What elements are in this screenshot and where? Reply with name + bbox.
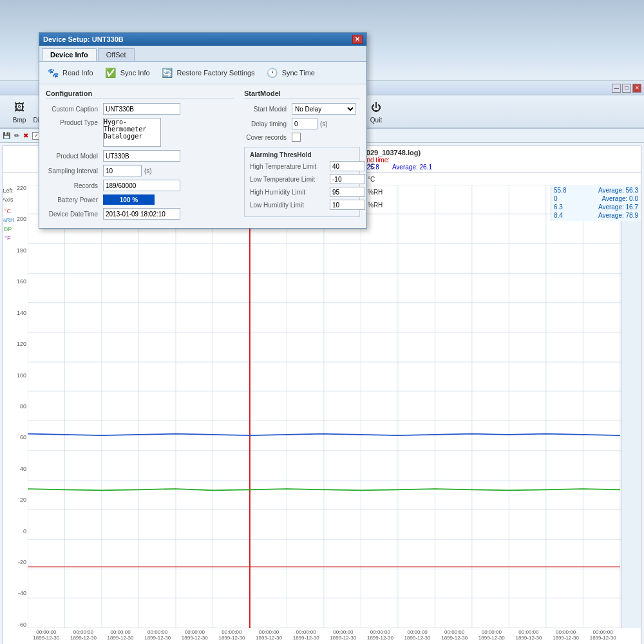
x-label-0: 00:00:001899-12-30 [28, 629, 65, 641]
restore-icon: 🔄 [160, 66, 175, 80]
startmodel-title: StartModel [244, 90, 360, 99]
close-button[interactable]: ✕ [632, 84, 641, 93]
low-hum-unit: %RH [368, 202, 383, 209]
low-temp-label: Low Temperature Limit [250, 176, 327, 183]
x-label-2: 00:00:001899-12-30 [102, 629, 139, 641]
read-info-label: Read Info [62, 69, 93, 77]
dialog-toolbar: 🐾 Read Info ✅ Sync Info 🔄 Restore Factor… [39, 62, 366, 84]
filter-edit-icon: ✏ [14, 132, 19, 139]
left-axis-titles: Left Axis °C %RH DP °F [3, 185, 12, 628]
x-label-11: 00:00:001899-12-30 [436, 629, 473, 641]
battery-value: 100 % [120, 196, 138, 204]
title-bar-buttons: — □ ✕ [612, 84, 641, 93]
left-axis-title: Left [3, 187, 13, 194]
x-label-10: 00:00:001899-12-30 [399, 629, 436, 641]
tab-device-info[interactable]: Device Info [42, 48, 97, 61]
start-model-select[interactable]: No Delay Delay Scheduled [292, 103, 356, 115]
x-label-12: 00:00:001899-12-30 [473, 629, 511, 641]
alarm-title: Alarming ThresHold [250, 151, 354, 158]
x-label-9: 00:00:001899-12-30 [362, 629, 399, 641]
stats-panel: 55.8 Average: 56.3 0 Average: 0.0 6.3 Av… [551, 185, 641, 221]
high-temp-input[interactable] [330, 161, 365, 171]
x-label-1: 00:00:001899-12-30 [65, 629, 102, 641]
filter-save-icon: 💾 [3, 132, 10, 139]
maximize-button[interactable]: □ [622, 84, 631, 93]
records-row: Records [46, 180, 234, 191]
datetime-input[interactable] [103, 208, 180, 220]
sync-info-icon: ✅ [104, 66, 118, 80]
sync-time-button[interactable]: 🕐 Sync Time [265, 66, 315, 80]
filter-save-item[interactable]: 💾 [3, 132, 10, 139]
dialog-title-bar: Device Setup: UNT330B ✕ [39, 33, 366, 46]
sync-info-label: Sync Info [120, 69, 150, 77]
product-type-row: Product Type Hygro-Thermometer Datalogge… [46, 118, 234, 147]
stats-val-2: 0 [554, 195, 558, 202]
right-axis: Right Axis hPa [621, 185, 641, 628]
config-section-title: Configuration [46, 90, 234, 99]
x-label-5: 00:00:001899-12-30 [213, 629, 251, 641]
custom-caption-row: Custom Caption [46, 103, 234, 115]
bmp-icon: 🖼 [12, 100, 27, 115]
delay-timing-input[interactable] [292, 118, 317, 129]
stats-val-3: 6.3 [554, 204, 563, 211]
product-type-input[interactable]: Hygro-Thermometer Datalogger [103, 118, 161, 147]
cover-records-row: Cover records [244, 133, 360, 142]
dialog-title-text: Device Setup: UNT330B [43, 35, 124, 43]
stats-avg-1: Average: 56.3 [598, 187, 638, 194]
x-label-4: 00:00:001899-12-30 [176, 629, 214, 641]
filter-delete-icon: ✖ [23, 132, 28, 139]
custom-caption-label: Custom Caption [46, 106, 100, 113]
datetime-row: Device DateTime [46, 208, 234, 220]
config-section: Configuration Custom Caption Product Typ… [46, 90, 234, 223]
records-label: Records [46, 182, 100, 189]
grid-area [28, 185, 621, 628]
stats-val-1: 55.8 [554, 187, 566, 194]
delay-timing-row: Delay timing (s) [244, 118, 360, 129]
sync-time-icon: 🕐 [265, 66, 279, 80]
sync-info-button[interactable]: ✅ Sync Info [104, 66, 150, 80]
stats-row-3: 6.3 Average: 16.7 [554, 203, 638, 211]
quit-icon: ⏻ [368, 100, 384, 115]
toolbar-bmp-label: Bmp [13, 117, 26, 124]
read-info-button[interactable]: 🐾 Read Info [46, 66, 93, 80]
sampling-unit: (s) [144, 167, 152, 175]
x-label-6: 00:00:001899-12-30 [251, 629, 288, 641]
high-temp-label: High Temperature Limit [250, 163, 327, 170]
filter-delete-item[interactable]: ✖ [23, 132, 28, 139]
sampling-row: Sampling Interval (s) [46, 165, 234, 176]
device-setup-dialog[interactable]: Device Setup: UNT330B ✕ Device Info OffS… [39, 32, 367, 229]
battery-row: Battery Power 100 % [46, 194, 234, 205]
minimize-button[interactable]: — [612, 84, 621, 93]
stats-avg-4: Average: 78.9 [598, 212, 638, 219]
high-hum-row: High Humidity Limit %RH [250, 187, 354, 197]
restore-factory-button[interactable]: 🔄 Restore Factory Settings [160, 66, 255, 80]
high-temp-unit: °C [368, 163, 375, 170]
sampling-input[interactable] [103, 165, 142, 176]
x-label-14: 00:00:001899-12-30 [547, 629, 585, 641]
low-hum-input[interactable] [330, 200, 365, 210]
product-model-label: Product Model [46, 153, 100, 160]
product-model-input[interactable] [103, 150, 180, 162]
high-hum-unit: %RH [368, 189, 383, 196]
alarm-section: Alarming ThresHold High Temperature Limi… [244, 147, 360, 217]
dialog-close-button[interactable]: ✕ [352, 35, 363, 44]
restore-label: Restore Factory Settings [177, 69, 255, 77]
filter-edit-item[interactable]: ✏ [14, 132, 19, 139]
cover-records-checkbox[interactable] [292, 133, 301, 142]
records-input[interactable] [103, 180, 180, 191]
low-temp-input[interactable] [330, 174, 365, 184]
toolbar-bmp-button[interactable]: 🖼 Bmp [3, 97, 36, 126]
stats-row-1: 55.8 Average: 56.3 [554, 186, 638, 194]
product-type-label: Product Type [46, 118, 100, 126]
high-hum-input[interactable] [330, 187, 365, 197]
tab-offset[interactable]: OffSet [98, 48, 135, 61]
custom-caption-input[interactable] [103, 103, 180, 115]
stats-row-2: 0 Average: 0.0 [554, 194, 638, 203]
sampling-label: Sampling Interval [46, 167, 100, 175]
x-label-13: 00:00:001899-12-30 [510, 629, 547, 641]
datetime-label: Device DateTime [46, 211, 100, 218]
chart-svg [28, 185, 621, 628]
low-hum-label: Low Humidity Limit [250, 202, 327, 209]
x-label-7: 00:00:001899-12-30 [287, 629, 325, 641]
x-label-3: 00:00:001899-12-30 [139, 629, 176, 641]
